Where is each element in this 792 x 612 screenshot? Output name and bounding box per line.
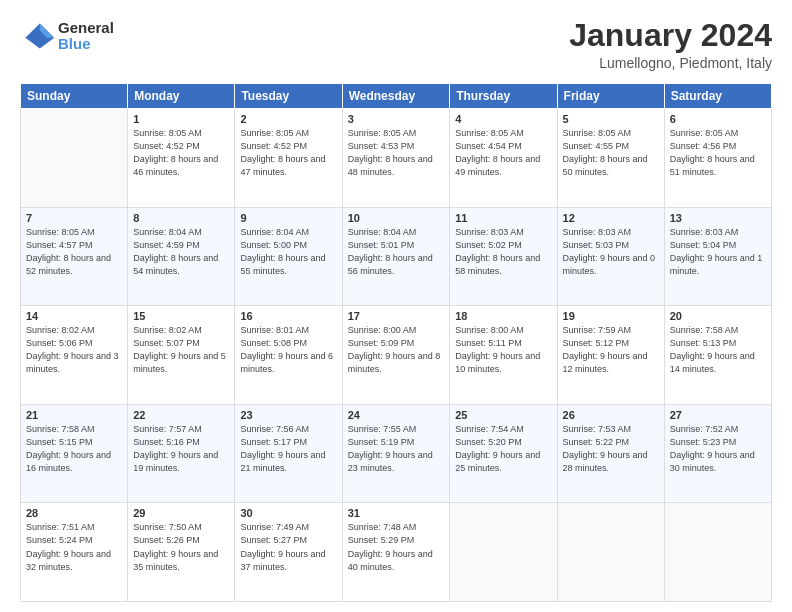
weekday-header-thursday: Thursday [450,84,557,109]
logo-text: General Blue [58,20,114,53]
day-number: 21 [26,409,122,421]
logo-blue-text: Blue [58,36,114,53]
header: General Blue January 2024 Lumellogno, Pi… [20,18,772,71]
day-number: 28 [26,507,122,519]
day-info: Sunrise: 7:56 AMSunset: 5:17 PMDaylight:… [240,423,336,475]
day-info: Sunrise: 8:02 AMSunset: 5:06 PMDaylight:… [26,324,122,376]
calendar-cell: 27Sunrise: 7:52 AMSunset: 5:23 PMDayligh… [664,404,771,503]
calendar-week-row: 14Sunrise: 8:02 AMSunset: 5:06 PMDayligh… [21,306,772,405]
day-info: Sunrise: 8:03 AMSunset: 5:02 PMDaylight:… [455,226,551,278]
day-info: Sunrise: 8:00 AMSunset: 5:09 PMDaylight:… [348,324,445,376]
day-info: Sunrise: 8:05 AMSunset: 4:55 PMDaylight:… [563,127,659,179]
calendar-table: SundayMondayTuesdayWednesdayThursdayFrid… [20,83,772,602]
calendar-cell: 5Sunrise: 8:05 AMSunset: 4:55 PMDaylight… [557,109,664,208]
month-title: January 2024 [569,18,772,53]
day-number: 6 [670,113,766,125]
calendar-cell: 7Sunrise: 8:05 AMSunset: 4:57 PMDaylight… [21,207,128,306]
calendar-cell [557,503,664,602]
day-number: 13 [670,212,766,224]
calendar-cell: 30Sunrise: 7:49 AMSunset: 5:27 PMDayligh… [235,503,342,602]
day-info: Sunrise: 7:55 AMSunset: 5:19 PMDaylight:… [348,423,445,475]
weekday-header-tuesday: Tuesday [235,84,342,109]
day-info: Sunrise: 8:00 AMSunset: 5:11 PMDaylight:… [455,324,551,376]
title-block: January 2024 Lumellogno, Piedmont, Italy [569,18,772,71]
day-number: 20 [670,310,766,322]
calendar-cell: 25Sunrise: 7:54 AMSunset: 5:20 PMDayligh… [450,404,557,503]
day-info: Sunrise: 8:05 AMSunset: 4:57 PMDaylight:… [26,226,122,278]
day-number: 30 [240,507,336,519]
day-info: Sunrise: 7:49 AMSunset: 5:27 PMDaylight:… [240,521,336,573]
day-number: 24 [348,409,445,421]
calendar-cell: 20Sunrise: 7:58 AMSunset: 5:13 PMDayligh… [664,306,771,405]
calendar-cell: 8Sunrise: 8:04 AMSunset: 4:59 PMDaylight… [128,207,235,306]
calendar-cell: 22Sunrise: 7:57 AMSunset: 5:16 PMDayligh… [128,404,235,503]
day-number: 2 [240,113,336,125]
day-number: 26 [563,409,659,421]
day-info: Sunrise: 7:59 AMSunset: 5:12 PMDaylight:… [563,324,659,376]
day-number: 18 [455,310,551,322]
day-number: 23 [240,409,336,421]
weekday-header-friday: Friday [557,84,664,109]
day-info: Sunrise: 8:05 AMSunset: 4:54 PMDaylight:… [455,127,551,179]
location: Lumellogno, Piedmont, Italy [569,55,772,71]
day-number: 31 [348,507,445,519]
weekday-header-wednesday: Wednesday [342,84,450,109]
logo: General Blue [20,18,114,54]
day-number: 3 [348,113,445,125]
day-number: 29 [133,507,229,519]
day-info: Sunrise: 7:52 AMSunset: 5:23 PMDaylight:… [670,423,766,475]
day-info: Sunrise: 8:01 AMSunset: 5:08 PMDaylight:… [240,324,336,376]
day-number: 22 [133,409,229,421]
calendar-cell [450,503,557,602]
day-info: Sunrise: 8:04 AMSunset: 5:00 PMDaylight:… [240,226,336,278]
calendar-cell: 13Sunrise: 8:03 AMSunset: 5:04 PMDayligh… [664,207,771,306]
day-info: Sunrise: 8:04 AMSunset: 4:59 PMDaylight:… [133,226,229,278]
day-number: 5 [563,113,659,125]
calendar-cell: 14Sunrise: 8:02 AMSunset: 5:06 PMDayligh… [21,306,128,405]
day-number: 17 [348,310,445,322]
calendar-cell: 23Sunrise: 7:56 AMSunset: 5:17 PMDayligh… [235,404,342,503]
calendar-cell: 11Sunrise: 8:03 AMSunset: 5:02 PMDayligh… [450,207,557,306]
day-number: 16 [240,310,336,322]
calendar-cell [21,109,128,208]
day-info: Sunrise: 8:05 AMSunset: 4:56 PMDaylight:… [670,127,766,179]
day-number: 9 [240,212,336,224]
day-info: Sunrise: 7:51 AMSunset: 5:24 PMDaylight:… [26,521,122,573]
calendar-cell: 4Sunrise: 8:05 AMSunset: 4:54 PMDaylight… [450,109,557,208]
calendar-week-row: 1Sunrise: 8:05 AMSunset: 4:52 PMDaylight… [21,109,772,208]
day-number: 10 [348,212,445,224]
day-number: 8 [133,212,229,224]
day-info: Sunrise: 8:05 AMSunset: 4:52 PMDaylight:… [240,127,336,179]
calendar-cell: 12Sunrise: 8:03 AMSunset: 5:03 PMDayligh… [557,207,664,306]
day-info: Sunrise: 8:02 AMSunset: 5:07 PMDaylight:… [133,324,229,376]
day-number: 12 [563,212,659,224]
day-number: 11 [455,212,551,224]
day-info: Sunrise: 7:53 AMSunset: 5:22 PMDaylight:… [563,423,659,475]
page: General Blue January 2024 Lumellogno, Pi… [0,0,792,612]
day-info: Sunrise: 7:50 AMSunset: 5:26 PMDaylight:… [133,521,229,573]
calendar-cell [664,503,771,602]
calendar-cell: 26Sunrise: 7:53 AMSunset: 5:22 PMDayligh… [557,404,664,503]
calendar-cell: 2Sunrise: 8:05 AMSunset: 4:52 PMDaylight… [235,109,342,208]
calendar-cell: 3Sunrise: 8:05 AMSunset: 4:53 PMDaylight… [342,109,450,208]
calendar-cell: 9Sunrise: 8:04 AMSunset: 5:00 PMDaylight… [235,207,342,306]
day-info: Sunrise: 8:03 AMSunset: 5:04 PMDaylight:… [670,226,766,278]
weekday-header-saturday: Saturday [664,84,771,109]
day-info: Sunrise: 7:58 AMSunset: 5:13 PMDaylight:… [670,324,766,376]
day-info: Sunrise: 8:04 AMSunset: 5:01 PMDaylight:… [348,226,445,278]
calendar-week-row: 21Sunrise: 7:58 AMSunset: 5:15 PMDayligh… [21,404,772,503]
day-info: Sunrise: 7:48 AMSunset: 5:29 PMDaylight:… [348,521,445,573]
calendar-cell: 17Sunrise: 8:00 AMSunset: 5:09 PMDayligh… [342,306,450,405]
day-info: Sunrise: 7:54 AMSunset: 5:20 PMDaylight:… [455,423,551,475]
day-number: 19 [563,310,659,322]
calendar-cell: 1Sunrise: 8:05 AMSunset: 4:52 PMDaylight… [128,109,235,208]
weekday-header-sunday: Sunday [21,84,128,109]
day-number: 25 [455,409,551,421]
day-number: 27 [670,409,766,421]
day-number: 15 [133,310,229,322]
day-info: Sunrise: 7:58 AMSunset: 5:15 PMDaylight:… [26,423,122,475]
day-number: 14 [26,310,122,322]
calendar-cell: 10Sunrise: 8:04 AMSunset: 5:01 PMDayligh… [342,207,450,306]
calendar-cell: 28Sunrise: 7:51 AMSunset: 5:24 PMDayligh… [21,503,128,602]
day-info: Sunrise: 8:05 AMSunset: 4:52 PMDaylight:… [133,127,229,179]
